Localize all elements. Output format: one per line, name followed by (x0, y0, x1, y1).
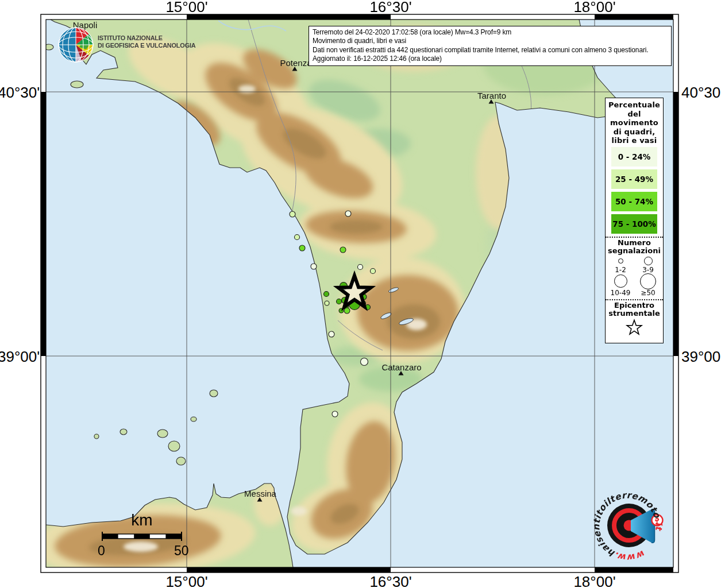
intensity-point (329, 331, 334, 337)
intensity-point (345, 211, 351, 216)
legend-swatch-25-49: 25 - 49% (611, 169, 657, 189)
legend-swatch-75-100: 75 - 100% (611, 214, 657, 234)
intensity-point (311, 264, 317, 269)
city-label-potenza: Potenza (280, 58, 311, 68)
count-symbol-10-49: 10-49 (607, 274, 634, 297)
intensity-point (325, 301, 329, 305)
event-info-line2: Movimento di quadri, libri e vasi (313, 37, 668, 45)
legend-separator (606, 237, 663, 238)
event-info-box: Terremoto del 24-02-2020 17:02:58 (ora l… (309, 26, 672, 66)
scale-end-label: 50 (174, 543, 189, 559)
city-label-catanzaro: Catanzaro (381, 362, 421, 372)
scale-unit-label: km (131, 511, 152, 529)
legend-count-symbols: 1-2 3-9 10-49 ≥50 (607, 257, 662, 297)
axis-bottom-1630: 16°30' (369, 573, 411, 588)
count-circle-small (618, 258, 623, 264)
axis-left-3900: 39°00' (0, 348, 40, 366)
count-circle-medium (644, 257, 653, 265)
ingv-name-line1: ISTITUTO NAZIONALE (98, 34, 195, 42)
event-info-line1: Terremoto del 24-02-2020 17:02:58 (ora l… (313, 28, 668, 37)
scale-start-label: 0 (98, 543, 105, 559)
legend-separator2 (606, 299, 663, 300)
axis-left-4030: 40°30' (0, 84, 40, 102)
ingv-name: ISTITUTO NAZIONALE DI GEOFISICA E VULCAN… (98, 34, 195, 49)
haisentito-logo: ? www.haisentitoilterremoto.it (589, 485, 669, 566)
count-circle-xlarge (640, 273, 656, 289)
count-symbol-50plus: ≥50 (634, 274, 662, 297)
axis-right-4030: 40°30' (681, 84, 721, 102)
count-symbol-3-9: 3-9 (634, 257, 662, 274)
map-page: 15°00' 16°30' 18°00' 15°00' 16°30' 18°00… (0, 0, 721, 588)
intensity-point (344, 308, 350, 314)
count-symbol-1-2: 1-2 (607, 257, 634, 274)
axis-bottom-15: 15°00' (165, 573, 207, 588)
axis-top-15: 15°00' (165, 0, 207, 16)
intensity-point (332, 411, 338, 417)
map-terrain (29, 20, 673, 583)
count-circle-large (614, 274, 627, 288)
legend-title: Percentuale del movimento di quadri, lib… (606, 100, 663, 145)
city-label-messina: Messina (244, 489, 276, 498)
city-label-taranto: Taranto (477, 91, 506, 100)
legend-star-icon (624, 319, 644, 337)
intensity-point (337, 299, 342, 304)
legend-counts-title: Numero segnalazioni (606, 239, 663, 256)
axis-top-1630: 16°30' (369, 0, 411, 16)
ingv-name-line2: DI GEOFISICA E VULCANOLOGIA (98, 42, 195, 49)
intensity-point (290, 211, 295, 217)
intensity-point (358, 265, 363, 270)
legend: Percentuale del movimento di quadri, lib… (605, 98, 664, 343)
axis-top-18: 18°00' (573, 0, 615, 16)
legend-epicenter-title: Epicentro strumentale (606, 301, 663, 318)
event-info-line4: Aggiornato il: 16-12-2025 12:46 (ora loc… (313, 55, 668, 63)
intensity-point (361, 358, 368, 366)
ingv-logo (57, 26, 94, 63)
intensity-point (295, 235, 300, 240)
intensity-point (324, 292, 329, 297)
legend-swatch-0-24: 0 - 24% (611, 147, 657, 167)
intensity-point (371, 269, 376, 274)
event-info-line3: Dati non verificati estratti da 442 ques… (313, 46, 668, 55)
legend-swatch-50-74: 50 - 74% (611, 192, 657, 211)
axis-right-3900: 39°00' (681, 348, 721, 366)
axis-bottom-18: 18°00' (573, 573, 615, 588)
intensity-point (340, 247, 346, 253)
intensity-point (299, 245, 305, 251)
